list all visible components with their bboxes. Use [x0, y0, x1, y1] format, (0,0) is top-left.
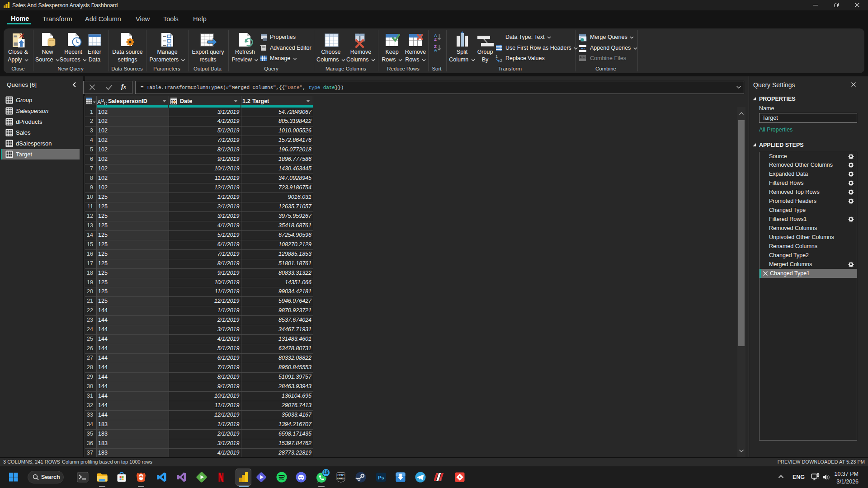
svg-text:Z: Z	[434, 37, 437, 42]
svg-text:EPIC: EPIC	[337, 474, 344, 477]
svg-text:2: 2	[500, 58, 502, 63]
svg-text:1: 1	[495, 54, 498, 59]
svg-text:Ps: Ps	[378, 475, 384, 480]
svg-text:A: A	[434, 47, 437, 52]
svg-text:GAMES: GAMES	[337, 478, 345, 480]
